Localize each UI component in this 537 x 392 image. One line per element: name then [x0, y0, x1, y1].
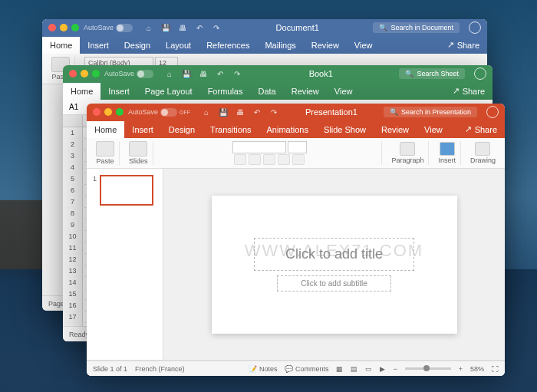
- row-header[interactable]: 2: [63, 139, 83, 150]
- maximize-button[interactable]: [92, 70, 100, 77]
- save-icon[interactable]: 💾: [181, 68, 192, 79]
- italic-button[interactable]: [249, 154, 261, 165]
- notes-button[interactable]: 📝 Notes: [249, 365, 277, 373]
- search-box[interactable]: 🔍 Search in Presentation: [384, 107, 477, 117]
- zoom-in-button[interactable]: +: [459, 365, 463, 373]
- share-button[interactable]: ↗Share: [457, 120, 505, 138]
- row-header[interactable]: 7: [63, 196, 83, 207]
- row-header[interactable]: 9: [63, 219, 83, 230]
- row-header[interactable]: 15: [63, 288, 83, 299]
- tab-insert[interactable]: Insert: [80, 37, 117, 54]
- row-header[interactable]: 6: [63, 185, 83, 196]
- feedback-icon[interactable]: [474, 68, 486, 80]
- autosave-toggle[interactable]: AutoSave: [104, 70, 153, 78]
- insert-icon[interactable]: [440, 142, 455, 156]
- print-icon[interactable]: 🖶: [198, 68, 209, 79]
- tab-formulas[interactable]: Formulas: [200, 83, 251, 100]
- close-button[interactable]: [69, 70, 77, 77]
- sorter-view-icon[interactable]: ▤: [351, 365, 357, 373]
- tab-layout[interactable]: Layout: [158, 37, 199, 54]
- redo-icon[interactable]: ↷: [268, 107, 279, 117]
- row-header[interactable]: 14: [63, 277, 83, 288]
- home-icon[interactable]: ⌂: [201, 107, 212, 117]
- minimize-button[interactable]: [81, 70, 88, 77]
- font-selector[interactable]: [232, 141, 286, 153]
- tab-data[interactable]: Data: [250, 83, 283, 100]
- undo-icon[interactable]: ↶: [252, 107, 262, 117]
- minimize-button[interactable]: [104, 108, 112, 116]
- normal-view-icon[interactable]: ▦: [336, 365, 343, 373]
- tab-review[interactable]: Review: [284, 83, 327, 100]
- shadow-button[interactable]: [292, 154, 305, 165]
- tab-design[interactable]: Design: [117, 37, 158, 54]
- undo-icon[interactable]: ↶: [215, 68, 226, 79]
- row-header[interactable]: 13: [63, 265, 83, 276]
- row-header[interactable]: 12: [63, 254, 83, 265]
- home-icon[interactable]: ⌂: [143, 22, 154, 33]
- feedback-icon[interactable]: [469, 21, 481, 34]
- slideshow-view-icon[interactable]: ▶: [380, 365, 385, 373]
- align-icon[interactable]: [400, 142, 415, 156]
- title-placeholder[interactable]: Click to add title: [254, 238, 414, 271]
- print-icon[interactable]: 🖶: [235, 107, 245, 117]
- tab-slideshow[interactable]: Slide Show: [316, 121, 374, 138]
- tab-home[interactable]: Home: [87, 121, 124, 138]
- bold-button[interactable]: [234, 154, 246, 165]
- fit-window-icon[interactable]: ⛶: [492, 365, 499, 373]
- select-all-corner[interactable]: [63, 115, 83, 127]
- drawing-icon[interactable]: [475, 142, 490, 156]
- maximize-button[interactable]: [71, 24, 79, 31]
- font-size-selector[interactable]: [288, 141, 307, 153]
- reading-view-icon[interactable]: ▭: [365, 365, 372, 373]
- redo-icon[interactable]: ↷: [232, 68, 242, 79]
- search-box[interactable]: 🔍 Search in Document: [373, 22, 460, 33]
- tab-home[interactable]: Home: [63, 83, 100, 100]
- tab-page-layout[interactable]: Page Layout: [137, 83, 200, 100]
- tab-design[interactable]: Design: [161, 121, 203, 138]
- row-header[interactable]: 17: [63, 311, 83, 322]
- undo-icon[interactable]: ↶: [194, 22, 205, 33]
- row-header[interactable]: 4: [63, 162, 83, 173]
- row-header[interactable]: 5: [63, 173, 83, 184]
- autosave-toggle[interactable]: AutoSave: [84, 24, 133, 32]
- tab-animations[interactable]: Animations: [259, 121, 316, 138]
- tab-insert[interactable]: Insert: [100, 83, 137, 100]
- zoom-slider[interactable]: [405, 367, 451, 370]
- row-header[interactable]: 8: [63, 208, 83, 219]
- autosave-toggle[interactable]: AutoSave OFF: [128, 108, 190, 117]
- tab-view[interactable]: View: [327, 83, 361, 100]
- underline-button[interactable]: [263, 154, 275, 165]
- search-box[interactable]: 🔍 Search Sheet: [399, 68, 465, 79]
- tab-mailings[interactable]: Mailings: [257, 37, 303, 54]
- row-header[interactable]: 3: [63, 150, 83, 161]
- save-icon[interactable]: 💾: [218, 107, 229, 117]
- slide-canvas[interactable]: Click to add title Click to add subtitle: [212, 196, 457, 334]
- tab-view[interactable]: View: [417, 121, 450, 138]
- tab-transitions[interactable]: Transitions: [203, 121, 259, 138]
- tab-view[interactable]: View: [347, 37, 381, 54]
- tab-home[interactable]: Home: [42, 37, 80, 54]
- strike-button[interactable]: [278, 154, 290, 165]
- minimize-button[interactable]: [60, 24, 68, 31]
- close-button[interactable]: [48, 24, 56, 31]
- print-icon[interactable]: 🖶: [177, 22, 188, 33]
- tab-references[interactable]: References: [199, 37, 257, 54]
- home-icon[interactable]: ⌂: [164, 68, 175, 79]
- row-header[interactable]: 1: [63, 127, 83, 138]
- subtitle-placeholder[interactable]: Click to add subtitle: [277, 275, 391, 292]
- zoom-level[interactable]: 58%: [470, 365, 484, 373]
- tab-review[interactable]: Review: [374, 121, 417, 138]
- new-slide-icon[interactable]: [129, 141, 147, 156]
- clipboard-icon[interactable]: [96, 141, 114, 156]
- zoom-out-button[interactable]: −: [393, 365, 397, 373]
- maximize-button[interactable]: [116, 108, 124, 116]
- save-icon[interactable]: 💾: [160, 22, 171, 33]
- slide-thumbnail[interactable]: 1: [93, 175, 156, 206]
- tab-review[interactable]: Review: [304, 37, 347, 54]
- row-header[interactable]: 10: [63, 231, 83, 242]
- feedback-icon[interactable]: [486, 106, 499, 118]
- share-button[interactable]: ↗Share: [440, 36, 487, 54]
- tab-insert[interactable]: Insert: [124, 121, 161, 138]
- close-button[interactable]: [93, 108, 100, 116]
- share-button[interactable]: ↗Share: [445, 82, 493, 100]
